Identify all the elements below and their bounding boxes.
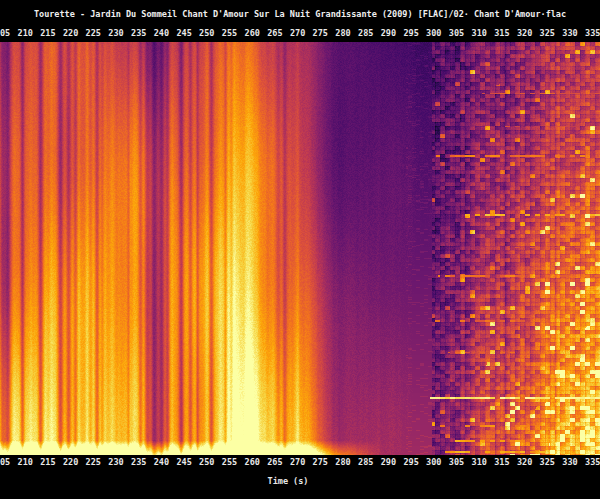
time-tick-label: 240	[154, 457, 169, 468]
time-tick-label: 235	[131, 457, 146, 468]
time-tick-label: 295	[403, 28, 418, 39]
time-tick-label: 230	[108, 457, 123, 468]
time-tick-label: 335	[585, 28, 600, 39]
time-tick-label: 330	[562, 457, 577, 468]
time-tick-label: 235	[131, 28, 146, 39]
time-tick-label: 275	[313, 457, 328, 468]
time-tick-label: 270	[290, 457, 305, 468]
time-tick-label: 210	[18, 457, 33, 468]
time-tick-label: 220	[63, 28, 78, 39]
time-tick-label: 255	[222, 28, 237, 39]
time-tick-label: 265	[267, 28, 282, 39]
time-tick-label: 260	[245, 28, 260, 39]
time-axis-bottom: 2052102152202252302352402452502552602652…	[0, 457, 600, 468]
spectrogram-canvas	[0, 42, 600, 455]
time-tick-label: 240	[154, 28, 169, 39]
time-tick-label: 285	[358, 457, 373, 468]
time-tick-label: 255	[222, 457, 237, 468]
time-tick-label: 285	[358, 28, 373, 39]
time-tick-label: 275	[313, 28, 328, 39]
time-tick-label: 300	[426, 457, 441, 468]
time-tick-label: 205	[0, 28, 10, 39]
time-tick-label: 325	[540, 28, 555, 39]
time-tick-label: 205	[0, 457, 10, 468]
time-tick-label: 320	[517, 457, 532, 468]
time-tick-label: 280	[335, 457, 350, 468]
time-tick-label: 225	[86, 28, 101, 39]
time-tick-label: 330	[562, 28, 577, 39]
time-tick-label: 295	[403, 457, 418, 468]
time-tick-label: 220	[63, 457, 78, 468]
time-tick-label: 245	[176, 457, 191, 468]
time-tick-label: 290	[381, 28, 396, 39]
time-axis-top: 2052102152202252302352402452502552602652…	[0, 28, 600, 39]
time-tick-label: 290	[381, 457, 396, 468]
time-tick-label: 230	[108, 28, 123, 39]
time-tick-label: 335	[585, 457, 600, 468]
time-axis-unit-label: Time (s)	[268, 476, 309, 486]
time-tick-label: 215	[40, 28, 55, 39]
time-tick-label: 245	[176, 28, 191, 39]
time-tick-label: 305	[449, 28, 464, 39]
time-tick-label: 260	[245, 457, 260, 468]
window-title: Tourette - Jardin Du Sommeil Chant D'Amo…	[0, 8, 600, 20]
time-tick-label: 325	[540, 457, 555, 468]
time-tick-label: 315	[494, 28, 509, 39]
time-tick-label: 250	[199, 28, 214, 39]
spectrogram-window: Tourette - Jardin Du Sommeil Chant D'Amo…	[0, 0, 600, 499]
time-tick-label: 300	[426, 28, 441, 39]
time-tick-label: 310	[472, 457, 487, 468]
time-tick-label: 210	[18, 28, 33, 39]
time-tick-label: 265	[267, 457, 282, 468]
time-tick-label: 250	[199, 457, 214, 468]
time-tick-label: 270	[290, 28, 305, 39]
time-tick-label: 225	[86, 457, 101, 468]
time-tick-label: 305	[449, 457, 464, 468]
time-tick-label: 215	[40, 457, 55, 468]
time-tick-label: 310	[472, 28, 487, 39]
time-tick-label: 280	[335, 28, 350, 39]
time-tick-label: 320	[517, 28, 532, 39]
time-tick-label: 315	[494, 457, 509, 468]
